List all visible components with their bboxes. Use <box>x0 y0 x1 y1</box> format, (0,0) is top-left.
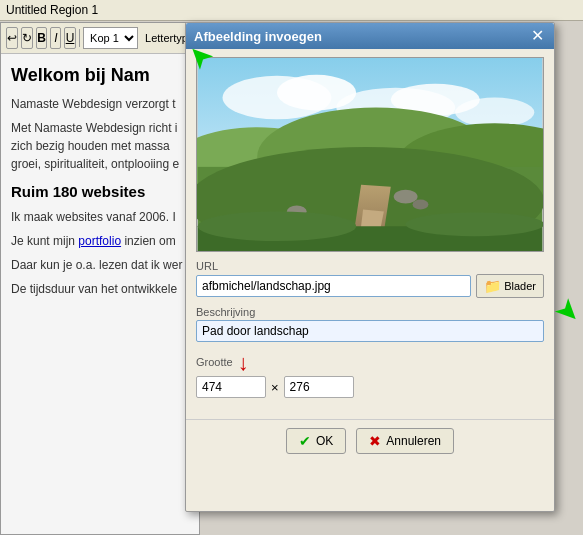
size-separator: × <box>271 380 279 395</box>
heading-select[interactable]: Kop 1 Kop 2 Kop 3 <box>83 27 138 49</box>
landscape-image <box>197 58 543 251</box>
folder-icon: 📁 <box>484 278 501 294</box>
svg-point-5 <box>455 98 534 128</box>
red-arrow-down-icon: ↓ <box>238 350 249 376</box>
width-input[interactable] <box>196 376 266 398</box>
title-bar: Untitled Region 1 <box>0 0 583 21</box>
description-row: Beschrijving <box>196 306 544 342</box>
editor-para2: Met Namaste Webdesign richt i zich bezig… <box>11 119 189 173</box>
dialog-title: Afbeelding invoegen <box>194 29 322 44</box>
editor-content: Welkom bij Nam Namaste Webdesign verzorg… <box>1 54 199 312</box>
bold-button[interactable]: B <box>36 27 47 49</box>
editor-area: ↩ ↻ B I U Kop 1 Kop 2 Kop 3 Lettertype W… <box>0 22 200 535</box>
dialog-footer: ✔ OK ✖ Annuleren <box>186 419 554 462</box>
window-title: Untitled Region 1 <box>6 3 98 17</box>
checkmark-icon: ✔ <box>299 433 311 449</box>
size-row: Grootte ↓ × <box>196 350 544 398</box>
ok-button[interactable]: ✔ OK <box>286 428 346 454</box>
size-label: Grootte <box>196 356 233 368</box>
image-preview <box>196 57 544 252</box>
insert-image-dialog: Afbeelding invoegen ✕ <box>185 22 555 512</box>
editor-para4: Je kunt mijn portfolio inzien om <box>11 232 189 250</box>
svg-point-18 <box>406 212 543 236</box>
dialog-body: URL 📁 Blader Beschrijving Grootte ↓ × <box>186 49 554 414</box>
redo-button[interactable]: ↻ <box>21 27 33 49</box>
undo-button[interactable]: ↩ <box>6 27 18 49</box>
editor-para5: De tijdsduur van het ontwikkele <box>11 280 189 298</box>
italic-button[interactable]: I <box>50 27 61 49</box>
description-input[interactable] <box>196 320 544 342</box>
url-input[interactable] <box>196 275 471 297</box>
url-row: URL 📁 Blader <box>196 260 544 298</box>
underline-button[interactable]: U <box>64 27 75 49</box>
editor-para3: Ik maak websites vanaf 2006. I <box>11 208 189 226</box>
editor-para1: Namaste Webdesign verzorgt t <box>11 95 189 113</box>
svg-point-13 <box>394 190 418 204</box>
svg-point-14 <box>413 200 429 210</box>
browse-button[interactable]: 📁 Blader <box>476 274 544 298</box>
editor-heading1: Welkom bij Nam <box>11 62 189 89</box>
dialog-close-button[interactable]: ✕ <box>529 28 546 44</box>
x-icon: ✖ <box>369 433 381 449</box>
url-label: URL <box>196 260 544 272</box>
description-label: Beschrijving <box>196 306 544 318</box>
editor-para4b: Daar kun je o.a. lezen dat ik wer <box>11 256 189 274</box>
height-input[interactable] <box>284 376 354 398</box>
portfolio-link[interactable]: portfolio <box>78 234 121 248</box>
cancel-button[interactable]: ✖ Annuleren <box>356 428 454 454</box>
editor-toolbar: ↩ ↻ B I U Kop 1 Kop 2 Kop 3 Lettertype <box>1 23 199 54</box>
dialog-titlebar: Afbeelding invoegen ✕ <box>186 23 554 49</box>
editor-heading2: Ruim 180 websites <box>11 181 189 204</box>
svg-point-17 <box>198 211 356 241</box>
